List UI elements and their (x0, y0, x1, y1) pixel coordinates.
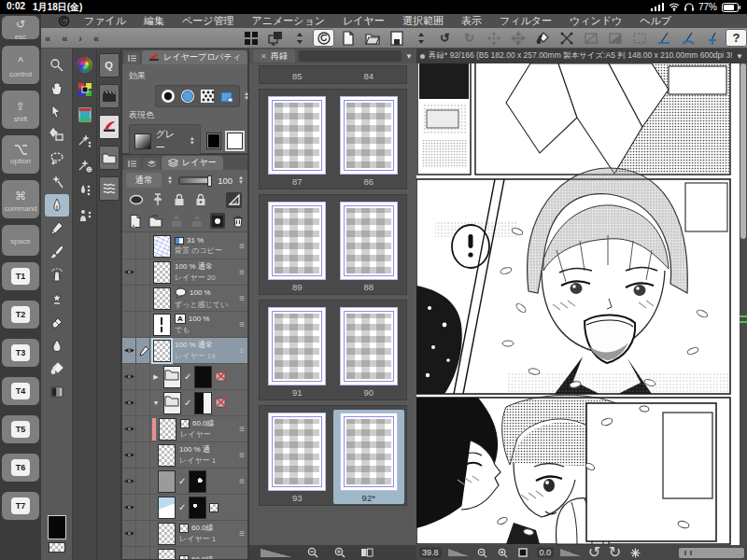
layer-menu-icon[interactable]: ≡ (239, 242, 245, 251)
layer-thumbnail[interactable] (158, 523, 176, 545)
tool-property-palette[interactable] (77, 182, 93, 199)
layer-row[interactable]: A100 %でも≡ (122, 312, 247, 338)
key-T2[interactable]: T2 (2, 301, 39, 329)
palette-stepper-icon[interactable] (289, 29, 310, 47)
lock-layer-icon[interactable] (171, 192, 187, 208)
fill-tool[interactable] (45, 357, 69, 380)
main-color-swatch[interactable] (48, 515, 66, 539)
layer-thumbnail[interactable] (158, 549, 176, 560)
layer-thumbnail[interactable] (153, 261, 171, 284)
help-icon[interactable]: ? (726, 29, 747, 47)
key-T5[interactable]: T5 (2, 415, 39, 443)
chevron-down-icon[interactable]: ▼ (405, 52, 413, 61)
snap-special-ruler-icon[interactable] (677, 29, 698, 47)
sub-tool-palette[interactable] (77, 157, 93, 174)
story-dropdown[interactable] (299, 50, 402, 62)
panel-dock-icon[interactable] (124, 158, 141, 170)
move-tool[interactable] (45, 77, 69, 100)
gradient-tool[interactable] (45, 381, 69, 403)
tab-story[interactable]: ✕ 再録 (253, 49, 295, 63)
black-color-swatch[interactable] (206, 133, 222, 149)
layer-row[interactable]: ✓ (122, 495, 247, 521)
page-thumbnail[interactable] (268, 202, 326, 280)
collapse-panels-icon[interactable]: « (93, 33, 99, 44)
tab-layer-search[interactable] (143, 158, 160, 170)
clip-studio-home-icon[interactable] (313, 29, 334, 47)
deselect-icon[interactable] (580, 29, 601, 47)
layer-mask-thumbnail[interactable] (194, 366, 212, 388)
clip-studio-logo-icon[interactable] (58, 15, 70, 27)
layer-thumbnail[interactable] (153, 235, 171, 258)
layer-move-tool[interactable] (45, 124, 69, 147)
eye-icon[interactable] (123, 372, 135, 381)
visibility-cell[interactable] (122, 442, 136, 468)
visibility-cell[interactable] (122, 364, 136, 389)
collapse-tools-icon[interactable]: « (45, 33, 50, 44)
airbrush-tool[interactable] (45, 264, 69, 287)
opacity-stepper[interactable]: ▲▼ (238, 175, 244, 185)
opacity-slider[interactable] (178, 176, 211, 185)
page-cell[interactable]: 91 (261, 304, 333, 399)
pen-tool[interactable] (45, 194, 69, 217)
reset-view-icon[interactable] (628, 547, 642, 559)
transform-icon[interactable] (556, 29, 577, 47)
page-thumbnail-list[interactable]: 85848786898891909392* (249, 63, 416, 545)
layer-menu-icon[interactable]: ≡ (239, 294, 245, 303)
workspace-layout-icon[interactable] (240, 29, 261, 47)
layer-thumbnail[interactable] (153, 287, 171, 310)
key-space[interactable]: space (2, 225, 39, 256)
key-option[interactable]: option (2, 135, 39, 174)
page-thumbnail[interactable] (268, 307, 326, 385)
brush-size-palette[interactable] (77, 207, 93, 224)
page-thumbnail[interactable] (268, 96, 326, 175)
tab-layer-property[interactable]: レイヤープロパティ (142, 50, 247, 64)
color-set-palette[interactable] (77, 81, 93, 98)
undo-icon[interactable]: ↺ (434, 29, 456, 47)
selection-tool[interactable] (45, 147, 69, 170)
canvas-tab[interactable]: 再録* 92/166 (B5 182.00 x 257.00mm 製本サイズ:A… (416, 49, 747, 63)
spread-view-icon[interactable] (359, 547, 374, 559)
halftone-effect-icon[interactable] (200, 89, 215, 104)
merge-to-lower-icon[interactable] (190, 213, 204, 229)
folder-expanded-icon[interactable]: ▼ (151, 399, 161, 406)
open-file-icon[interactable] (361, 29, 383, 47)
object-tool[interactable] (45, 101, 69, 123)
color-wheel-palette[interactable] (77, 56, 93, 73)
rotation-slider[interactable] (560, 549, 581, 556)
page-cell[interactable]: 88 (333, 199, 405, 293)
layer-row[interactable]: 100 % 通常レイヤー 19≡ (122, 338, 247, 364)
transfer-to-lower-icon[interactable] (169, 213, 184, 229)
layer-menu-icon[interactable]: ≡ (239, 346, 245, 356)
ruler-toggle-icon[interactable] (226, 192, 242, 208)
layer-menu-icon[interactable]: ≡ (239, 425, 245, 434)
panel-dock-icon[interactable] (124, 52, 140, 64)
key-esc[interactable]: ↺esc (2, 16, 39, 39)
thumbnail-area-icon[interactable] (128, 192, 144, 208)
transparent-color-swatch[interactable] (49, 542, 65, 553)
tab-layer[interactable]: レイヤー (162, 156, 223, 170)
menu-フィルター[interactable]: フィルター (500, 14, 552, 28)
layer-menu-icon[interactable]: ≡ (239, 451, 245, 460)
layer-row[interactable]: ▶✓ (122, 364, 247, 390)
menu-ページ管理[interactable]: ページ管理 (182, 14, 234, 28)
expression-color-dropdown[interactable]: グレー ▲▼ (129, 124, 201, 158)
visibility-cell[interactable] (122, 495, 136, 520)
visibility-cell[interactable] (122, 286, 136, 311)
snap-dots-icon[interactable] (483, 29, 504, 47)
pin-layer-icon[interactable] (149, 192, 165, 208)
eye-icon[interactable] (123, 425, 135, 433)
key-T1[interactable]: T1 (2, 262, 39, 290)
page-cell[interactable]: 84 (333, 69, 405, 81)
key-shift[interactable]: ⇧shift (2, 91, 39, 129)
layer-property-palette[interactable] (99, 115, 120, 139)
page-thumbnail[interactable] (340, 202, 398, 280)
redo-icon[interactable]: ↻ (458, 29, 480, 47)
visibility-cell[interactable] (122, 469, 136, 494)
folder-collapsed-icon[interactable]: ▶ (151, 373, 161, 381)
new-layer-icon[interactable] (128, 213, 143, 229)
layer-row[interactable]: ✓≡ (122, 469, 247, 495)
visibility-cell[interactable] (122, 338, 136, 363)
auto-select-tool[interactable] (45, 171, 69, 193)
page-thumbnail[interactable] (340, 96, 398, 175)
layer-row[interactable]: 60.0線レイヤー 1≡ (122, 521, 247, 547)
